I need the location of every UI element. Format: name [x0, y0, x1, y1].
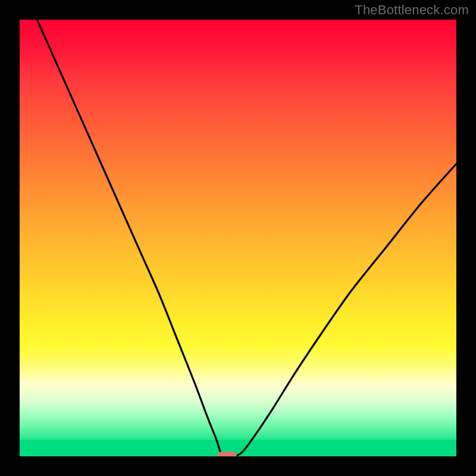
chart-frame: TheBottleneck.com	[0, 0, 476, 476]
minimum-marker	[217, 452, 237, 456]
bottleneck-curve	[20, 20, 456, 456]
plot-area	[20, 20, 456, 456]
curve-path	[37, 20, 456, 456]
watermark-text: TheBottleneck.com	[355, 2, 469, 18]
